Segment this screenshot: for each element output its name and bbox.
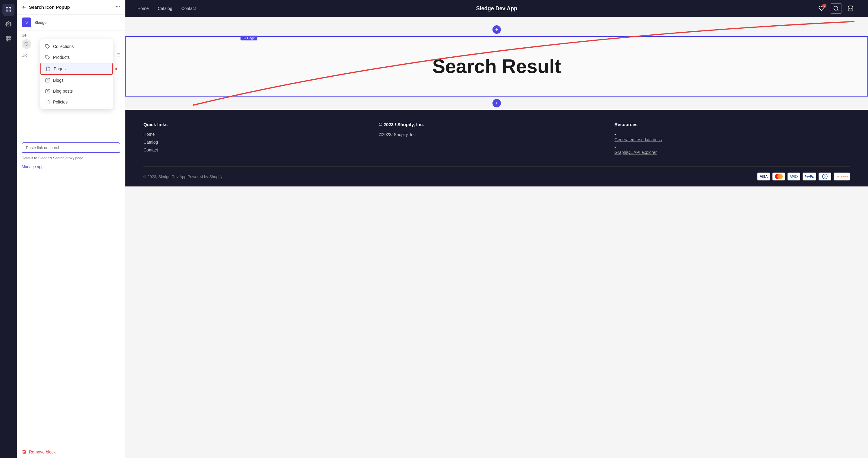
- footer-bottom-copyright: © 2023, Sledge Dev App Powered by Shopif…: [144, 174, 222, 179]
- footer-copyright-text: ©2023/ Shopify, Inc.: [379, 132, 416, 137]
- svg-rect-6: [8, 36, 9, 38]
- search-hint: Default to Sledge's Search proxy page: [17, 155, 125, 163]
- search-result-title: Search Result: [433, 55, 561, 78]
- dropdown-item-collections[interactable]: Collections: [40, 41, 113, 52]
- store-brand: Sledge Dev App: [476, 5, 517, 12]
- payment-discover: DISCOVER: [834, 173, 850, 180]
- store-preview: Home Catalog Contact Sledge Dev App 0: [125, 0, 868, 458]
- nav-search-button[interactable]: [831, 3, 841, 14]
- footer-copyright-title: © 2023 / Shopify, Inc.: [379, 122, 614, 127]
- curve-container: 🖥 Page + Search Result +: [125, 17, 868, 110]
- url-label: UR: [22, 53, 30, 58]
- payment-visa: VISA: [757, 173, 770, 180]
- svg-point-25: [834, 6, 838, 10]
- sidebar-icon-gear[interactable]: [2, 18, 14, 30]
- manage-app-link[interactable]: Manage app: [17, 163, 125, 170]
- app-row: S Sledge: [17, 15, 125, 30]
- payment-amex: AMEX: [787, 173, 800, 180]
- footer-top: Quick links Home Catalog Contact © 2023 …: [144, 122, 850, 167]
- footer-link-catalog[interactable]: Catalog: [144, 140, 379, 145]
- footer-copyright-col: © 2023 / Shopify, Inc. ©2023/ Shopify, I…: [379, 122, 614, 157]
- svg-point-14: [118, 6, 119, 7]
- se-label: Se: [17, 30, 125, 37]
- payment-paypal: PayPal: [803, 173, 816, 180]
- footer-resources-title: Resources: [615, 122, 850, 127]
- wishlist-badge: 0: [822, 4, 827, 8]
- dropdown-item-blogs[interactable]: Blogs: [40, 75, 113, 86]
- svg-point-13: [116, 6, 117, 7]
- add-section-bottom: +: [125, 96, 868, 110]
- dropdown-item-pages[interactable]: Pages: [40, 63, 113, 75]
- svg-rect-9: [8, 38, 9, 39]
- footer-quick-links-title: Quick links: [144, 122, 379, 127]
- svg-rect-3: [9, 10, 11, 12]
- nav-link-contact[interactable]: Contact: [181, 6, 196, 11]
- footer-resource-link-1[interactable]: GraphiQL API explorer: [615, 150, 850, 155]
- content-icon: [22, 39, 31, 49]
- nav-wishlist-button[interactable]: 0: [816, 3, 827, 14]
- add-section-button-top[interactable]: +: [493, 25, 501, 34]
- arrow-icon: ◄: [113, 66, 118, 71]
- footer-bottom: © 2023, Sledge Dev App Powered by Shopif…: [144, 173, 850, 180]
- svg-rect-0: [6, 7, 8, 9]
- dropdown-item-products[interactable]: Products: [40, 52, 113, 63]
- app-icon: S: [22, 18, 31, 27]
- svg-point-29: [823, 174, 827, 179]
- dropdown-item-policies[interactable]: Policies: [40, 96, 113, 107]
- svg-rect-11: [6, 40, 7, 41]
- svg-rect-10: [10, 38, 11, 39]
- payment-mastercard: [772, 173, 785, 180]
- nav-link-catalog[interactable]: Catalog: [158, 6, 172, 11]
- main-content: Home Catalog Contact Sledge Dev App 0: [125, 0, 868, 458]
- svg-rect-1: [9, 7, 11, 9]
- pages-item-wrap: Pages ◄: [40, 63, 113, 75]
- payment-diners: [818, 173, 831, 180]
- svg-rect-2: [6, 10, 8, 12]
- payment-icons: VISA AMEX PayPal: [757, 173, 850, 180]
- footer-quick-links: Quick links Home Catalog Contact: [144, 122, 379, 157]
- svg-point-16: [25, 42, 28, 46]
- store-nav-links: Home Catalog Contact: [137, 6, 196, 11]
- back-button[interactable]: [22, 5, 27, 10]
- search-input[interactable]: [26, 145, 116, 150]
- url-icon-button[interactable]: [116, 53, 120, 58]
- svg-rect-8: [6, 38, 7, 39]
- store-nav-icons: 0: [816, 3, 856, 14]
- svg-rect-12: [8, 40, 9, 41]
- panel-title: Search Icon Popup: [29, 4, 113, 10]
- sidebar-icon-grid[interactable]: [2, 33, 14, 45]
- store-footer: Quick links Home Catalog Contact © 2023 …: [125, 110, 868, 187]
- footer-resource-link-0[interactable]: Generated test data docs: [615, 137, 850, 142]
- page-label-icon: 🖥: [243, 36, 246, 40]
- search-result-section: Search Result: [125, 36, 868, 96]
- dropdown-item-blog-posts[interactable]: Blog posts: [40, 86, 113, 96]
- search-input-wrap: [22, 142, 120, 153]
- footer-link-contact[interactable]: Contact: [144, 147, 379, 152]
- page-label: 🖥 Page: [241, 36, 257, 40]
- more-button[interactable]: [116, 4, 120, 10]
- footer-link-home[interactable]: Home: [144, 132, 379, 137]
- remove-block-button[interactable]: Remove block: [17, 446, 125, 458]
- add-section-button-bottom[interactable]: +: [493, 99, 501, 107]
- search-section: [17, 139, 125, 155]
- store-nav: Home Catalog Contact Sledge Dev App 0: [125, 0, 868, 17]
- sidebar-icons: [0, 0, 17, 458]
- nav-cart-button[interactable]: [845, 3, 856, 14]
- nav-link-home[interactable]: Home: [137, 6, 149, 11]
- svg-point-4: [8, 24, 9, 25]
- panel: Search Icon Popup S Sledge Se UR: [17, 0, 125, 458]
- svg-rect-5: [6, 36, 7, 38]
- dropdown-menu: Collections Products Pages ◄ Blogs Blog …: [40, 39, 113, 109]
- svg-point-28: [777, 174, 783, 179]
- add-section-top: +: [125, 23, 868, 36]
- panel-header: Search Icon Popup: [17, 0, 125, 15]
- sidebar-icon-sections[interactable]: [2, 4, 14, 16]
- footer-resources: Resources • Generated test data docs • G…: [615, 122, 850, 157]
- svg-point-15: [119, 6, 120, 7]
- app-name: Sledge: [34, 20, 46, 25]
- svg-rect-7: [10, 36, 11, 38]
